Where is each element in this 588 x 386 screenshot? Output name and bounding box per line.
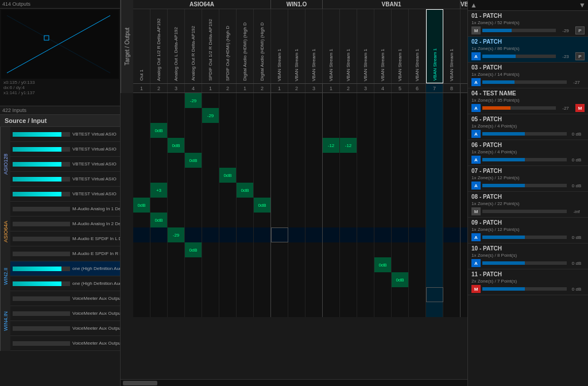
matrix-cell[interactable]	[443, 227, 461, 242]
matrix-cell[interactable]	[237, 257, 254, 272]
matrix-cell[interactable]	[288, 123, 305, 138]
matrix-cell[interactable]	[426, 287, 443, 302]
matrix-cell[interactable]	[237, 123, 254, 138]
matrix-cell[interactable]	[237, 168, 254, 183]
patch-m-button-04[interactable]: M	[575, 104, 585, 112]
matrix-cell[interactable]: +3	[150, 183, 168, 198]
matrix-cell[interactable]	[357, 227, 374, 242]
patch-a-button-03[interactable]: A	[471, 78, 481, 86]
matrix-cell[interactable]	[374, 168, 392, 183]
matrix-cell[interactable]	[392, 213, 409, 227]
matrix-cell[interactable]	[150, 227, 168, 242]
matrix-cell[interactable]	[426, 198, 443, 213]
matrix-cell[interactable]	[305, 287, 323, 302]
col-header-asio64a-4[interactable]: Analog Out R Delta-AP192	[185, 9, 202, 83]
matrix-cell[interactable]	[443, 183, 461, 198]
patch-slider-06[interactable]	[482, 158, 567, 161]
matrix-cell[interactable]	[185, 302, 202, 317]
col-header-asio64a-1[interactable]: Out 1	[133, 9, 150, 83]
matrix-cell[interactable]	[392, 153, 409, 168]
matrix-cell[interactable]	[237, 108, 254, 123]
matrix-cell[interactable]: 0dB	[150, 213, 168, 227]
matrix-cell[interactable]	[340, 198, 357, 213]
matrix-cell[interactable]	[305, 198, 323, 213]
matrix-cell[interactable]: 0dB	[133, 198, 150, 213]
matrix-cell[interactable]	[219, 108, 237, 123]
matrix-cell[interactable]	[426, 257, 443, 272]
matrix-cell[interactable]	[185, 257, 202, 272]
col-header-vban1-6[interactable]: VBAN Stream 1	[409, 9, 426, 83]
matrix-cell[interactable]	[443, 242, 461, 257]
col-header-win1o-3[interactable]: VBAN Stream 1	[305, 9, 323, 83]
matrix-cell[interactable]	[185, 287, 202, 302]
matrix-cell[interactable]	[202, 287, 219, 302]
matrix-cell[interactable]	[374, 242, 392, 257]
list-item[interactable]: VBTEST Virtual ASIO IN 125	[10, 142, 120, 157]
col-header-win1o-2[interactable]: VBAN Stream 1	[288, 9, 305, 83]
patch-slider-10[interactable]	[482, 261, 567, 265]
matrix-cell[interactable]	[271, 227, 288, 242]
matrix-cell[interactable]	[340, 183, 357, 198]
col-header-vban2-1[interactable]: VBAN Stream 1	[461, 9, 467, 83]
scrollbar-thumb[interactable]	[123, 381, 157, 385]
matrix-cell[interactable]	[323, 198, 340, 213]
matrix-cell[interactable]	[271, 272, 288, 287]
patch-a-button-10[interactable]: A	[471, 259, 481, 267]
matrix-cell[interactable]	[271, 257, 288, 272]
matrix-cell[interactable]	[426, 302, 443, 317]
matrix-cell[interactable]	[409, 287, 426, 302]
matrix-cell[interactable]	[443, 153, 461, 168]
matrix-cell[interactable]	[409, 302, 426, 317]
matrix-cell[interactable]	[254, 257, 271, 272]
matrix-cell[interactable]	[185, 213, 202, 227]
matrix-cell[interactable]	[219, 153, 237, 168]
matrix-cell[interactable]	[133, 272, 150, 287]
matrix-cell[interactable]	[340, 93, 357, 108]
nav-up-arrow[interactable]: ▲	[470, 1, 477, 9]
matrix-cell[interactable]	[133, 123, 150, 138]
matrix-cell[interactable]	[392, 93, 409, 108]
matrix-cell[interactable]	[305, 93, 323, 108]
matrix-cell[interactable]	[409, 242, 426, 257]
matrix-cell[interactable]	[392, 242, 409, 257]
matrix-cell[interactable]	[168, 153, 185, 168]
matrix-cell[interactable]	[288, 213, 305, 227]
patch-slider-07[interactable]	[482, 184, 567, 187]
matrix-cell[interactable]	[374, 123, 392, 138]
list-item[interactable]: VoiceMeeter Aux Output (VB-Audi 4	[10, 336, 120, 351]
col-header-vban1-8[interactable]: VBAN Stream 1	[443, 9, 461, 83]
matrix-cell[interactable]	[374, 108, 392, 123]
list-item[interactable]: VoiceMeeter Aux Output (VB-Audi 2	[10, 306, 120, 321]
matrix-cell[interactable]: -12	[340, 138, 357, 153]
matrix-cell[interactable]	[305, 257, 323, 272]
matrix-cell[interactable]	[271, 183, 288, 198]
matrix-cell[interactable]	[323, 123, 340, 138]
matrix-cell[interactable]	[426, 153, 443, 168]
matrix-cell[interactable]	[392, 257, 409, 272]
matrix-cell[interactable]	[340, 153, 357, 168]
matrix-cell[interactable]	[288, 153, 305, 168]
matrix-cell[interactable]	[150, 198, 168, 213]
matrix-cell[interactable]	[168, 257, 185, 272]
matrix-cell[interactable]	[461, 227, 467, 242]
matrix-cell[interactable]	[288, 227, 305, 242]
matrix-cell[interactable]	[461, 123, 467, 138]
matrix-cell[interactable]	[237, 242, 254, 257]
matrix-cell[interactable]	[168, 272, 185, 287]
matrix-cell[interactable]	[288, 272, 305, 287]
matrix-cell[interactable]	[202, 123, 219, 138]
matrix-cell[interactable]	[409, 168, 426, 183]
matrix-cell[interactable]	[168, 213, 185, 227]
list-item[interactable]: M-Audio E SPDIF In R Delta-AP192 4	[10, 246, 120, 261]
matrix-cell[interactable]	[409, 227, 426, 242]
matrix-cell[interactable]	[202, 213, 219, 227]
matrix-cell[interactable]	[271, 153, 288, 168]
matrix-cell[interactable]	[219, 272, 237, 287]
matrix-cell[interactable]	[357, 257, 374, 272]
matrix-cell[interactable]	[288, 198, 305, 213]
matrix-cell[interactable]	[150, 257, 168, 272]
matrix-cell[interactable]	[374, 153, 392, 168]
matrix-cell[interactable]	[340, 168, 357, 183]
matrix-cell[interactable]	[202, 198, 219, 213]
matrix-cell[interactable]	[340, 242, 357, 257]
